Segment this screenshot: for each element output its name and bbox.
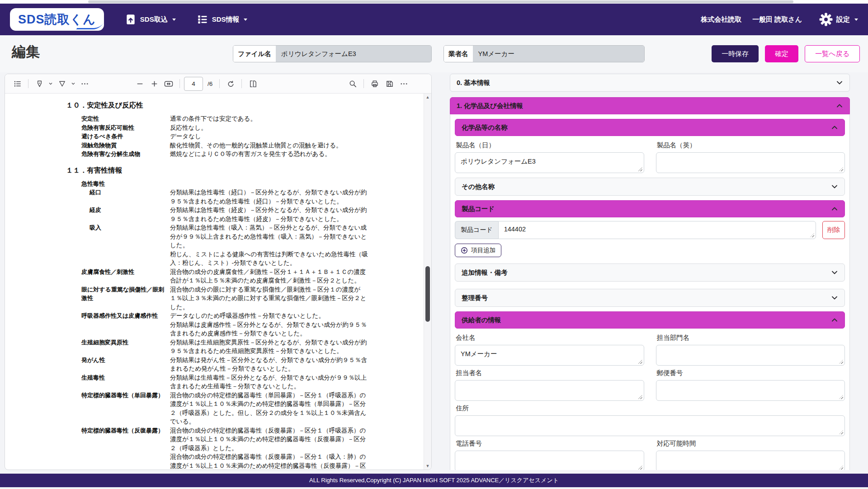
doc-row-label: 急性毒性 (66, 179, 170, 188)
user-name: 一般田 読取さん (752, 15, 802, 24)
postal-code-input[interactable] (656, 380, 845, 401)
doc-row-label: 危険有害な分解生成物 (66, 150, 170, 159)
doc-row: 皮膚腐食性／刺激性混合物の成分の皮膚腐食性／刺激性－区分１＋１Ａ＋１Ｂ＋１Ｃの濃… (66, 268, 418, 285)
chevron-up-icon (836, 102, 843, 109)
form-field-available-hours: 対応可能時間 (656, 436, 845, 470)
sds-form-panel: 0. 基本情報 1. 化学品及び会社情報 化学品等の名称 製品名（日）製品名（英… (450, 74, 850, 470)
rotate-button[interactable] (224, 77, 237, 90)
textarea-wrap (455, 345, 644, 366)
chevron-up-icon (831, 124, 838, 131)
confirm-button[interactable]: 確定 (765, 45, 798, 62)
pdf-scrollbar[interactable]: ▲ ▼ (424, 94, 431, 470)
doc-row: 特定標的臓器毒性（単回暴露）混合物の成分の特定標的臓器毒性（単回暴露）－区分１（… (66, 391, 418, 426)
product-name-en-input[interactable] (656, 152, 845, 173)
company-name-input[interactable] (455, 345, 644, 366)
file-name-group: ファイル名 ポリウレタンフォームE3 (233, 45, 432, 62)
draw-tool-chevron[interactable] (70, 77, 77, 90)
file-name-field[interactable]: ポリウレタンフォームE3 (276, 46, 431, 62)
more-tools-button[interactable] (78, 77, 91, 90)
section-label: 製品コード (462, 205, 495, 213)
textarea-wrap (455, 380, 644, 401)
product-name-ja-input[interactable] (455, 152, 644, 173)
scrollbar-thumb[interactable] (425, 266, 430, 322)
section-other-names[interactable]: その他名称 (455, 178, 845, 196)
available-hours-input[interactable] (656, 451, 845, 470)
section-chemical-company-header[interactable]: 1. 化学品及び会社情報 (450, 97, 850, 114)
pdf-body: １０．安定性及び反応性安定性通常の条件下では安定である。危険有害反応可能性反応性… (5, 94, 431, 470)
chevron-down-icon (831, 269, 838, 276)
add-item-button[interactable]: 項目追加 (455, 244, 501, 257)
field-label: 製品名（日） (456, 141, 644, 150)
product-code-input[interactable]: 144402 (498, 221, 816, 239)
chevron-down-icon (244, 19, 247, 21)
doc-row-label: 経皮 (66, 206, 170, 223)
address-input[interactable] (455, 415, 845, 436)
section-reference-number[interactable]: 整理番号 (455, 289, 845, 307)
nav-sds-import[interactable]: SDS取込 (125, 14, 176, 25)
textarea-wrap (656, 451, 845, 470)
form-field-address: 住所 (455, 401, 845, 436)
form-field-company-name: 会社名 (455, 330, 644, 366)
chevron-down-icon (836, 79, 843, 86)
section-chemical-company: 1. 化学品及び会社情報 化学品等の名称 製品名（日）製品名（英） その他名称 … (450, 97, 850, 470)
page-number-input[interactable] (184, 77, 203, 91)
section-basic-info[interactable]: 0. 基本情報 (450, 74, 850, 92)
print-button[interactable] (368, 77, 382, 90)
chevron-down-icon (172, 19, 176, 21)
toolbar-divider (241, 79, 242, 88)
form-field-product-name-en: 製品名（英） (656, 138, 845, 173)
doc-row-text: 分類結果は発がん性－区分外となるが、分類できない成分が約９５％含まれるため発がん… (170, 356, 371, 373)
doc-row: 生殖細胞変異原性分類結果は生殖細胞変異原性－区分外となるが、分類できない成分が約… (66, 338, 418, 356)
phone-number-input[interactable] (455, 451, 644, 470)
back-to-list-button[interactable]: 一覧へ戻る (805, 45, 860, 62)
zoom-out-button[interactable] (133, 77, 146, 90)
scrollbar-thumb[interactable] (88, 0, 793, 3)
temp-save-button[interactable]: 一時保存 (712, 45, 759, 62)
vendor-name-field[interactable]: YMメーカー (473, 46, 645, 62)
section-supplier-info[interactable]: 供給者の情報 (455, 311, 845, 329)
section-label: 整理番号 (462, 294, 488, 302)
doc-row: 危険有害反応可能性反応性なし。 (66, 123, 418, 132)
user-info: 株式会社読取 一般田 読取さん (701, 15, 802, 24)
draw-tool-button[interactable] (55, 77, 69, 90)
vendor-name-group: 業者名 YMメーカー (443, 45, 645, 62)
doc-row-label: 生殖細胞変異原性 (66, 338, 170, 356)
delete-button[interactable]: 削除 (822, 221, 845, 239)
file-name-label: ファイル名 (233, 46, 276, 62)
highlight-tool-button[interactable] (33, 77, 46, 90)
doc-row: 眼に対する重篤な損傷性／眼刺激性混合物の成分の眼に対する重篤な損傷性／眼刺激性－… (66, 285, 418, 312)
nav-settings[interactable]: 設定 (819, 13, 858, 26)
toolbar-divider (28, 79, 28, 88)
nav-sds-info[interactable]: SDS情報 (197, 14, 248, 25)
fit-width-button[interactable] (162, 77, 175, 90)
section-product-code[interactable]: 製品コード (455, 200, 845, 217)
doc-row: 呼吸器感作性又は皮膚感作性データなしのため呼吸器感作性－分類できないとした。分類… (66, 311, 418, 338)
scroll-up-arrow-icon[interactable]: ▲ (424, 95, 431, 99)
save-button[interactable] (382, 77, 396, 90)
doc-row-text: データなしのため呼吸器感作性－分類できないとした。分類結果は皮膚感作性－区分外と… (170, 311, 371, 338)
section-additional-info[interactable]: 追加情報・備考 (455, 263, 845, 282)
scroll-down-arrow-icon[interactable]: ▼ (424, 464, 431, 468)
highlight-tool-chevron[interactable] (47, 77, 54, 90)
pdf-toolbar: /6 (5, 74, 431, 94)
section-label: 化学品等の名称 (462, 123, 508, 132)
contact-person-input[interactable] (455, 380, 644, 401)
list-icon (197, 14, 208, 25)
field-label: 担当部門名 (657, 334, 845, 342)
app-logo[interactable]: SDS読取くん (10, 8, 104, 31)
toolbar-more-button[interactable] (397, 77, 410, 90)
search-button[interactable] (346, 77, 359, 90)
section-chemical-names[interactable]: 化学品等の名称 (455, 119, 845, 136)
department-name-input[interactable] (656, 345, 845, 366)
textarea-wrap (656, 152, 845, 173)
doc-row-label: 眼に対する重篤な損傷性／眼刺激性 (66, 285, 170, 312)
zoom-in-button[interactable] (147, 77, 161, 90)
app-navbar: SDS読取くん SDS取込 SDS情報 株式会社読取 一般田 読取さん (0, 4, 868, 35)
page-layout-button[interactable] (246, 77, 259, 90)
section-chemical-company-body: 化学品等の名称 製品名（日）製品名（英） その他名称 製品コード 製品コード 1… (450, 114, 850, 470)
doc-row-text: 分類結果は急性毒性（吸入：蒸気）－区分外となるが、分類できない成分が９９％以上含… (170, 223, 371, 268)
doc-row-label: 経口 (66, 188, 170, 206)
browser-horizontal-scrollbar[interactable] (0, 0, 868, 4)
thumbnails-button[interactable] (10, 77, 24, 90)
form-field-product-name-ja: 製品名（日） (455, 138, 644, 173)
